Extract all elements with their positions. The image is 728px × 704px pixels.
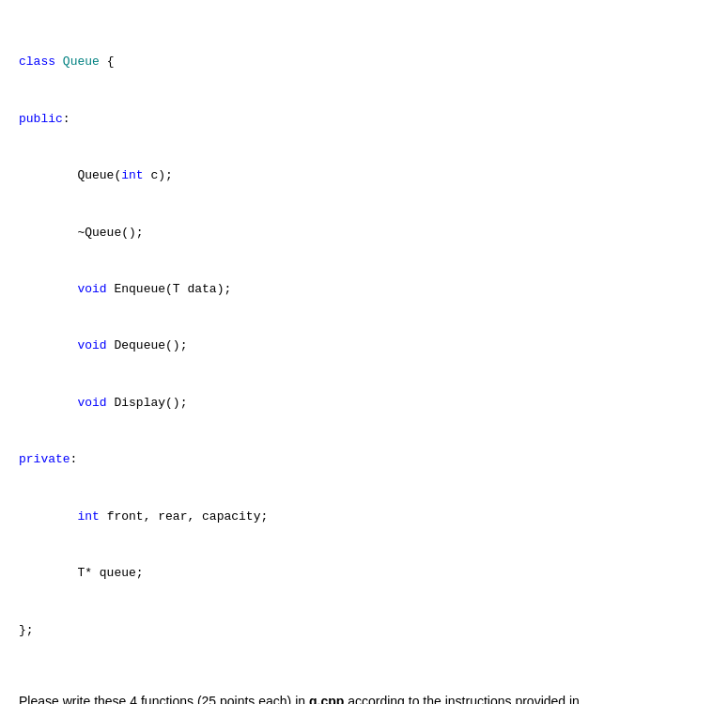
main-content: class Queue { public: Queue(int c); ~Que…: [19, 15, 709, 704]
instructions-paragraph: Please write these 4 functions (25 point…: [19, 691, 709, 704]
filename-bold: q.cpp: [309, 694, 344, 704]
class-definition-block: class Queue { public: Queue(int c); ~Que…: [19, 15, 709, 678]
